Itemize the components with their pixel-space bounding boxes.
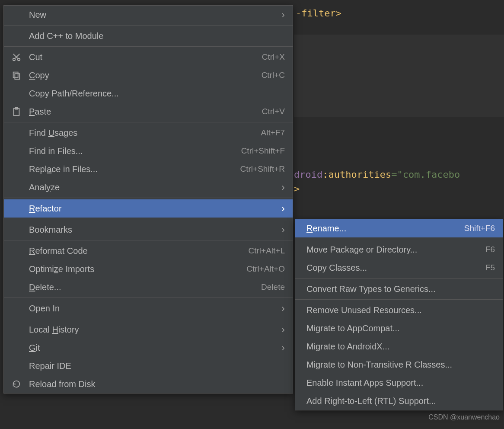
menu-item-label: Copy Path/Reference... [29,89,285,99]
chevron-right-icon: › [277,302,285,314]
menu-item-label: Migrate to AndroidX... [306,342,495,352]
cut-icon [4,52,29,62]
menu-item-git[interactable]: Git› [4,339,293,357]
chevron-right-icon: › [277,202,285,214]
menu-item-label: Bookmarks [29,225,277,235]
menu-separator [4,122,293,122]
menu-item-label: Optimize Imports [29,264,246,274]
context-menu: New›Add C++ to ModuleCutCtrl+XCopyCtrl+C… [3,5,293,394]
paste-icon [4,107,29,116]
menu-item-enable-instant-apps-support[interactable]: Enable Instant Apps Support... [295,374,503,392]
menu-item-label: Copy [29,70,262,80]
menu-item-label: Migrate to AppCompat... [306,323,495,333]
menu-item-analyze[interactable]: Analyze› [4,178,293,196]
chevron-right-icon: › [277,342,285,354]
menu-item-move-package-or-directory[interactable]: Move Package or Directory...F6 [295,240,503,259]
menu-item-migrate-to-androidx[interactable]: Migrate to AndroidX... [295,337,503,355]
menu-item-label: Analyze [29,182,277,192]
menu-item-label: Refactor [29,204,277,214]
menu-item-reload-from-disk[interactable]: Reload from Disk [4,375,293,393]
menu-shortcut: Alt+F7 [261,128,285,138]
menu-item-copy[interactable]: CopyCtrl+C [4,66,293,84]
menu-shortcut: Ctrl+Shift+R [240,164,285,174]
menu-item-repair-ide[interactable]: Repair IDE [4,357,293,375]
menu-item-label: Add Right-to-Left (RTL) Support... [306,396,495,406]
menu-item-label: Enable Instant Apps Support... [306,378,495,388]
menu-item-label: Migrate to Non-Transitive R Classes... [306,360,495,370]
menu-separator [4,240,293,240]
menu-item-label: Replace in Files... [29,164,240,174]
menu-separator [295,239,503,239]
menu-shortcut: Delete [261,282,285,292]
menu-item-label: Remove Unused Resources... [306,305,495,315]
menu-shortcut: Ctrl+Alt+O [246,264,285,274]
menu-item-migrate-to-non-transitive-r-classes[interactable]: Migrate to Non-Transitive R Classes... [295,355,503,374]
menu-separator [295,278,503,279]
menu-separator [4,319,293,319]
menu-item-reformat-code[interactable]: Reformat CodeCtrl+Alt+L [4,242,293,260]
menu-item-label: Find Usages [29,128,261,138]
editor-selection-band [294,35,504,117]
refactor-submenu: Rename...Shift+F6Move Package or Directo… [295,219,503,410]
menu-separator [4,298,293,298]
menu-shortcut: Ctrl+V [262,107,285,116]
menu-item-label: Find in Files... [29,146,241,156]
menu-item-label: Add C++ to Module [29,31,285,41]
svg-point-1 [18,58,20,61]
watermark: CSDN @xuanwenchao [428,413,500,421]
code-bracket: > [294,183,300,194]
menu-item-copy-path-reference[interactable]: Copy Path/Reference... [4,84,293,102]
menu-item-local-history[interactable]: Local History› [4,320,293,339]
menu-separator [295,299,503,300]
menu-item-label: Paste [29,107,262,117]
menu-item-label: Rename... [306,224,464,234]
chevron-right-icon: › [277,9,285,21]
menu-item-add-right-to-left-rtl-support[interactable]: Add Right-to-Left (RTL) Support... [295,392,503,410]
menu-item-open-in[interactable]: Open In› [4,299,293,317]
menu-item-copy-classes[interactable]: Copy Classes...F5 [295,259,503,277]
svg-point-0 [13,58,16,61]
menu-separator [4,46,293,47]
menu-item-replace-in-files[interactable]: Replace in Files...Ctrl+Shift+R [4,160,293,178]
menu-item-label: Convert Raw Types to Generics... [306,284,495,294]
chevron-right-icon: › [277,323,285,336]
chevron-right-icon: › [277,224,285,236]
menu-item-convert-raw-types-to-generics[interactable]: Convert Raw Types to Generics... [295,280,503,298]
menu-shortcut: F6 [485,245,495,254]
menu-item-label: Cut [29,52,262,62]
menu-item-bookmarks[interactable]: Bookmarks› [4,221,293,239]
menu-shortcut: F5 [485,263,495,272]
menu-item-cut[interactable]: CutCtrl+X [4,48,293,66]
menu-item-rename[interactable]: Rename...Shift+F6 [295,219,503,237]
menu-separator [4,25,293,26]
svg-rect-5 [15,74,19,79]
menu-item-label: Git [29,343,277,353]
menu-item-migrate-to-appcompat[interactable]: Migrate to AppCompat... [295,319,503,337]
menu-separator [4,198,293,198]
menu-shortcut: Ctrl+C [262,70,285,80]
menu-item-refactor[interactable]: Refactor› [4,199,293,218]
menu-item-remove-unused-resources[interactable]: Remove Unused Resources... [295,301,503,319]
menu-item-label: Reformat Code [29,246,249,256]
menu-item-paste[interactable]: PasteCtrl+V [4,102,293,121]
menu-item-label: New [29,10,277,20]
menu-item-label: Copy Classes... [306,263,485,273]
menu-item-label: Local History [29,325,277,335]
menu-item-delete[interactable]: Delete...Delete [4,278,293,296]
menu-item-optimize-imports[interactable]: Optimize ImportsCtrl+Alt+O [4,260,293,278]
menu-item-find-in-files[interactable]: Find in Files...Ctrl+Shift+F [4,142,293,160]
menu-item-add-c-to-module[interactable]: Add C++ to Module [4,27,293,45]
copy-icon [4,70,29,80]
menu-item-label: Reload from Disk [29,379,285,389]
menu-item-label: Repair IDE [29,361,285,371]
menu-shortcut: Shift+F6 [464,224,495,233]
menu-item-label: Delete... [29,282,261,292]
menu-separator [4,219,293,219]
menu-item-find-usages[interactable]: Find UsagesAlt+F7 [4,124,293,142]
svg-rect-4 [13,72,18,78]
menu-item-new[interactable]: New› [4,6,293,24]
menu-shortcut: Ctrl+Alt+L [249,246,285,256]
reload-icon [4,379,29,389]
menu-shortcut: Ctrl+X [262,52,285,62]
menu-item-label: Open In [29,304,277,314]
